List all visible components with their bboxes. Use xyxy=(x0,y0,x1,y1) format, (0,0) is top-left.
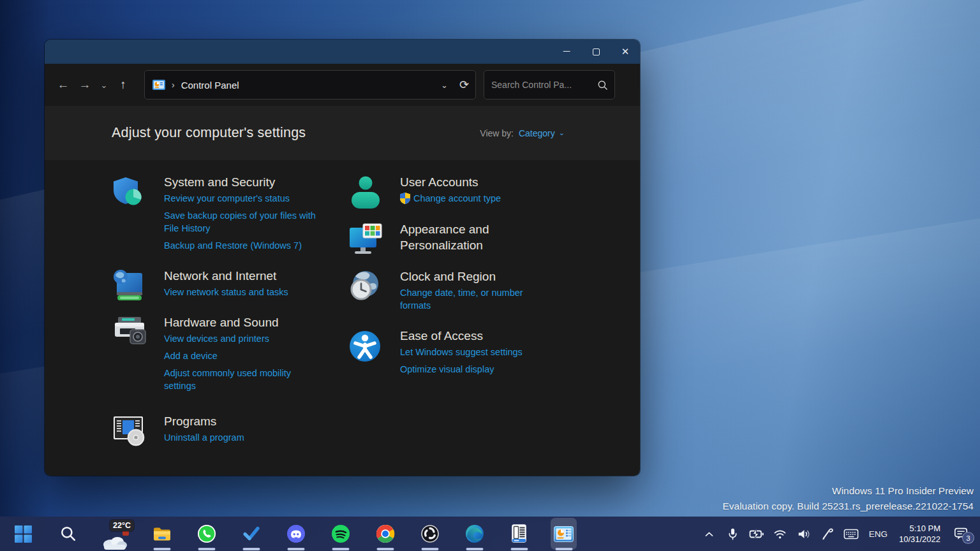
taskbar-search-button[interactable] xyxy=(55,518,81,550)
category-title[interactable]: Programs xyxy=(164,413,322,429)
category-link[interactable]: Review your computer's status xyxy=(164,192,322,205)
category-link[interactable]: Uninstall a program xyxy=(164,431,322,444)
tray-volume-button[interactable] xyxy=(796,524,812,543)
address-bar[interactable]: › Control Panel ⌄ ⟳ xyxy=(144,70,476,99)
tray-date: 10/31/2022 xyxy=(899,534,940,545)
start-button[interactable] xyxy=(10,518,36,550)
system-security-icon[interactable] xyxy=(112,174,147,256)
spotify-button[interactable] xyxy=(327,518,353,550)
category-link[interactable]: Adjust commonly used mobility settings xyxy=(164,367,322,392)
chrome-button[interactable] xyxy=(372,518,398,550)
category-programs: Programs Uninstall a program xyxy=(112,413,348,448)
tray-microphone-button[interactable] xyxy=(725,524,741,543)
chevron-up-icon xyxy=(704,529,715,540)
category-link[interactable]: View network status and tasks xyxy=(164,286,322,298)
tray-wifi-button[interactable] xyxy=(773,524,788,543)
tray-chevron-up-button[interactable] xyxy=(702,524,717,543)
category-title[interactable]: System and Security xyxy=(164,174,322,190)
category-link[interactable]: View devices and printers xyxy=(164,332,322,345)
network-internet-icon[interactable] xyxy=(112,268,147,303)
view-by-label: View by: xyxy=(480,128,514,138)
spotify-icon xyxy=(331,524,350,543)
hardware-sound-icon[interactable] xyxy=(112,314,147,397)
programs-icon[interactable] xyxy=(112,413,147,448)
view-by-chevron-icon[interactable]: ⌄ xyxy=(559,129,565,137)
category-link[interactable]: Add a device xyxy=(164,349,322,362)
notification-center-button[interactable]: 3 xyxy=(950,522,972,545)
up-button[interactable]: ↑ xyxy=(112,74,134,96)
category-link[interactable]: Let Windows suggest settings xyxy=(400,346,552,358)
category-clock-region: Clock and Region Change date, time, or n… xyxy=(348,268,590,316)
window-titlebar[interactable]: ─ ✕ xyxy=(45,40,640,64)
category-user-accounts: User Accounts Change account type xyxy=(348,174,590,210)
running-indicator xyxy=(332,548,349,550)
wifi-icon xyxy=(773,529,787,540)
tray-touch-keyboard-button[interactable] xyxy=(843,524,859,543)
discord-icon xyxy=(286,524,306,543)
close-button[interactable]: ✕ xyxy=(611,40,640,64)
category-title[interactable]: Hardware and Sound xyxy=(164,314,322,330)
back-button[interactable]: ← xyxy=(52,74,74,96)
running-indicator xyxy=(510,548,528,550)
todo-check-button[interactable] xyxy=(238,518,264,550)
address-dropdown-icon[interactable]: ⌄ xyxy=(441,80,448,90)
category-network-internet: Network and Internet View network status… xyxy=(112,268,348,303)
file-explorer-button[interactable] xyxy=(149,518,175,550)
weather-temperature: 22°C xyxy=(110,520,134,531)
obs-button[interactable] xyxy=(417,518,443,550)
pen-icon xyxy=(820,527,835,541)
breadcrumb-separator: › xyxy=(172,80,175,90)
breadcrumb[interactable]: Control Panel xyxy=(181,80,441,91)
category-title[interactable]: Ease of Access xyxy=(400,328,552,344)
user-accounts-icon[interactable] xyxy=(348,174,383,210)
category-title[interactable]: User Accounts xyxy=(400,174,552,190)
clock-region-icon[interactable] xyxy=(348,268,383,316)
weather-widget[interactable]: 22°C xyxy=(100,518,130,550)
reader-app-button[interactable] xyxy=(506,518,532,550)
chevron-down-icon: ⌄ xyxy=(101,80,108,90)
tray-pen-button[interactable] xyxy=(820,524,835,543)
control-panel-window: ─ ✕ ← → ⌄ ↑ › Control Panel ⌄ ⟳ xyxy=(45,40,640,476)
control-panel-taskbar-button[interactable] xyxy=(551,518,577,550)
minimize-button[interactable]: ─ xyxy=(552,40,581,64)
language-indicator[interactable]: ENG xyxy=(867,529,889,539)
category-system-security: System and Security Review your computer… xyxy=(112,174,348,256)
category-title[interactable]: Clock and Region xyxy=(400,268,552,284)
search-input[interactable] xyxy=(491,80,597,90)
category-link[interactable]: Optimize visual display xyxy=(400,363,552,376)
category-link[interactable]: Change account type xyxy=(400,192,552,205)
whatsapp-button[interactable] xyxy=(193,518,219,550)
appearance-personalization-icon[interactable] xyxy=(348,221,383,257)
category-link[interactable]: Backup and Restore (Windows 7) xyxy=(164,239,322,252)
search-icon xyxy=(597,80,608,91)
forward-icon: → xyxy=(79,78,91,92)
taskbar-apps: 22°C xyxy=(0,518,577,550)
edge-button[interactable] xyxy=(461,518,487,550)
page-title: Adjust your computer's settings xyxy=(112,125,480,141)
battery-charging-icon xyxy=(749,527,764,540)
forward-button[interactable]: → xyxy=(74,74,96,96)
reader-app-icon xyxy=(510,524,528,543)
clock[interactable]: 5:10 PM 10/31/2022 xyxy=(898,523,942,545)
maximize-button[interactable] xyxy=(581,40,611,64)
obs-studio-icon xyxy=(420,524,440,543)
refresh-button[interactable]: ⟳ xyxy=(459,78,469,92)
recent-pages-button[interactable]: ⌄ xyxy=(96,74,112,96)
insider-watermark: Windows 11 Pro Insider Preview Evaluatio… xyxy=(722,483,974,514)
category-hardware-sound: Hardware and Sound View devices and prin… xyxy=(112,314,348,397)
view-by-value[interactable]: Category xyxy=(519,128,555,138)
category-title[interactable]: Network and Internet xyxy=(164,268,322,284)
category-link[interactable]: Save backup copies of your files with Fi… xyxy=(164,209,322,235)
up-icon: ↑ xyxy=(120,78,126,92)
tray-battery-button[interactable] xyxy=(749,524,764,543)
search-box[interactable] xyxy=(484,70,615,99)
category-appearance-personalization: Appearance and Personalization xyxy=(348,221,590,257)
discord-button[interactable] xyxy=(283,518,309,550)
ease-of-access-icon[interactable] xyxy=(348,328,383,380)
navigation-toolbar: ← → ⌄ ↑ › Control Panel ⌄ ⟳ xyxy=(45,64,640,106)
category-link[interactable]: Change date, time, or number formats xyxy=(400,286,552,312)
control-panel-icon xyxy=(152,80,165,90)
categories-panel: System and Security Review your computer… xyxy=(45,160,640,476)
touch-keyboard-icon xyxy=(843,528,859,540)
category-title[interactable]: Appearance and Personalization xyxy=(400,221,552,253)
